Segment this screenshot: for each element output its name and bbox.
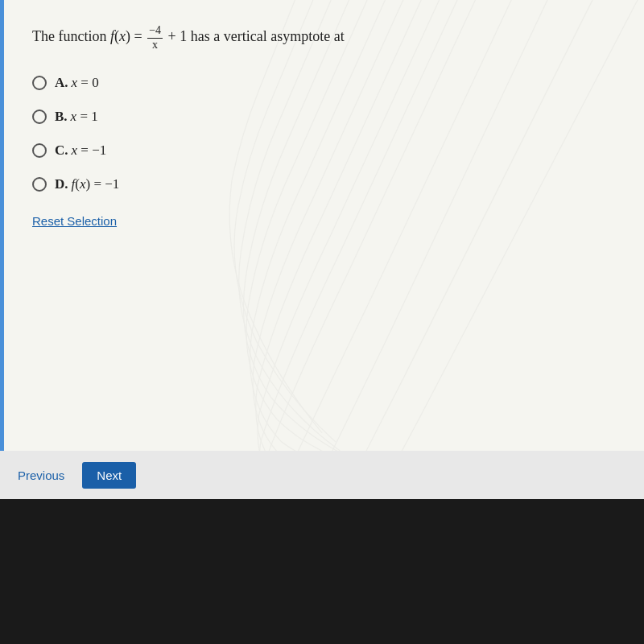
option-a[interactable]: A. x = 0: [32, 75, 620, 91]
option-d-expression: f(x) = −1: [72, 176, 120, 192]
options-list: A. x = 0 B. x = 1 C. x = −1 D. f(x) = −1: [24, 75, 620, 192]
option-b-label: B.: [55, 109, 68, 125]
fraction: −4 x: [147, 24, 163, 52]
radio-a[interactable]: [32, 76, 47, 90]
option-b-expression: x = 1: [71, 109, 98, 125]
question-text: The function f(x) = −4 x + 1 has a verti…: [24, 24, 620, 52]
reset-selection-link[interactable]: Reset Selection: [32, 214, 117, 228]
fraction-denominator: x: [151, 39, 159, 52]
next-button[interactable]: Next: [82, 462, 136, 489]
left-accent-bar: [0, 0, 4, 451]
fraction-numerator: −4: [147, 24, 163, 39]
question-panel: The function f(x) = −4 x + 1 has a verti…: [0, 0, 644, 451]
radio-b[interactable]: [32, 109, 47, 124]
function-notation: f(x): [110, 28, 130, 44]
radio-d[interactable]: [32, 177, 47, 192]
previous-button[interactable]: Previous: [8, 462, 74, 489]
option-a-expression: x = 0: [72, 75, 99, 91]
option-c-label: C.: [55, 142, 68, 159]
navigation-bar: Previous Next: [0, 451, 644, 499]
option-c-expression: x = −1: [72, 142, 107, 159]
option-c[interactable]: C. x = −1: [32, 142, 620, 159]
bottom-black-area: [0, 499, 644, 644]
option-a-label: A.: [55, 75, 68, 91]
option-b[interactable]: B. x = 1: [32, 109, 620, 125]
radio-c[interactable]: [32, 143, 47, 158]
option-d[interactable]: D. f(x) = −1: [32, 176, 620, 192]
option-d-label: D.: [55, 176, 68, 192]
